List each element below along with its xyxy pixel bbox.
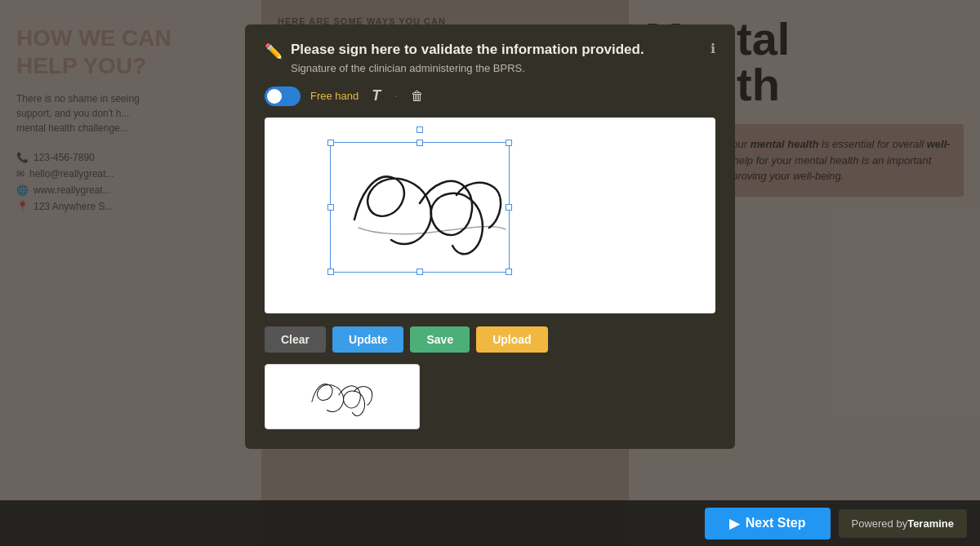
update-button[interactable]: Update	[332, 326, 403, 353]
signature-canvas[interactable]	[265, 118, 715, 313]
preview-signature	[273, 368, 412, 425]
brand-name: Teramine	[907, 517, 954, 530]
signature-modal: ✏️ Please sign here to validate the info…	[245, 24, 735, 449]
modal-subtitle: Signature of the clinician administering…	[291, 62, 644, 74]
clear-button[interactable]: Clear	[265, 326, 326, 353]
freehand-toggle[interactable]	[265, 87, 301, 106]
modal-title: Please sign here to validate the informa…	[291, 41, 644, 59]
save-button[interactable]: Save	[410, 326, 470, 353]
modal-header: ✏️ Please sign here to validate the info…	[265, 41, 715, 74]
next-step-label: Next Step	[746, 516, 806, 530]
toolbar-separator: ·	[394, 89, 397, 104]
modal-title-group: Please sign here to validate the informa…	[291, 41, 644, 74]
next-step-icon: ▶	[729, 516, 739, 531]
modal-header-left: ✏️ Please sign here to validate the info…	[265, 41, 644, 74]
text-tool-icon[interactable]: T	[368, 84, 384, 108]
action-buttons: Clear Update Save Upload	[265, 326, 715, 353]
signature-drawing	[330, 138, 526, 277]
handle-top-center[interactable]	[416, 127, 423, 133]
delete-tool-icon[interactable]: 🗑	[408, 86, 427, 107]
pen-icon: ✏️	[265, 42, 283, 60]
bottom-bar: ▶ Next Step Powered byTeramine	[0, 500, 980, 546]
freehand-label: Free hand	[310, 90, 359, 102]
upload-button[interactable]: Upload	[476, 326, 547, 353]
signature-preview	[265, 364, 420, 429]
next-step-button[interactable]: ▶ Next Step	[705, 508, 831, 539]
modal-toolbar: Free hand T · 🗑	[265, 79, 715, 108]
info-icon[interactable]: ℹ	[710, 41, 715, 56]
powered-by-label: Powered byTeramine	[839, 509, 968, 538]
